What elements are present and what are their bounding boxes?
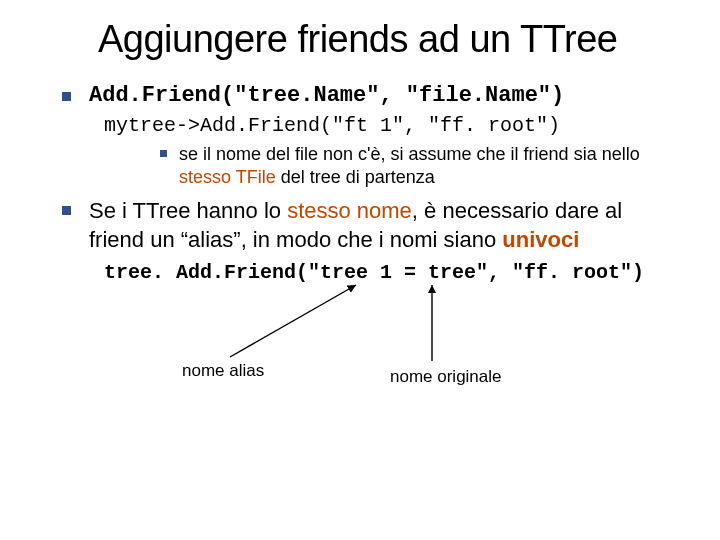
alias-explain-text: Se i TTree hanno lo stesso nome, è neces… <box>89 197 680 254</box>
bullet-note-file: se il nome del file non c'è, si assume c… <box>160 143 680 190</box>
square-bullet-icon <box>62 206 71 215</box>
arrows-svg <box>40 261 720 401</box>
label-nome-originale: nome originale <box>390 367 502 387</box>
code-example: mytree->Add.Friend("ft 1", "ff. root") <box>104 114 560 137</box>
bullet-addfriend-signature: Add.Friend("tree.Name", "file.Name") <box>62 83 680 108</box>
slide: Aggiungere friends ad un TTree Add.Frien… <box>0 0 720 540</box>
slide-title: Aggiungere friends ad un TTree <box>98 18 680 61</box>
text-pre: se il nome del file non c'è, si assume c… <box>179 144 640 164</box>
text-post: del tree di partenza <box>276 167 435 187</box>
label-nome-alias: nome alias <box>182 361 264 381</box>
text-accent-univoci: univoci <box>502 227 579 252</box>
text-accent-stesso-tfile: stesso TFile <box>179 167 276 187</box>
alias-diagram: tree. Add.Friend("tree 1 = tree", "ff. r… <box>40 261 680 391</box>
bullet-alias-explain: Se i TTree hanno lo stesso nome, è neces… <box>62 197 680 254</box>
note-file-text: se il nome del file non c'è, si assume c… <box>179 143 680 190</box>
text-pre: Se i TTree hanno lo <box>89 198 287 223</box>
bullet-example-call: mytree->Add.Friend("ft 1", "ff. root") <box>104 114 680 137</box>
text-accent-stesso-nome: stesso nome <box>287 198 412 223</box>
square-bullet-icon <box>160 150 167 157</box>
arrow-alias <box>230 285 356 357</box>
square-bullet-icon <box>62 92 71 101</box>
code-signature: Add.Friend("tree.Name", "file.Name") <box>89 83 564 108</box>
